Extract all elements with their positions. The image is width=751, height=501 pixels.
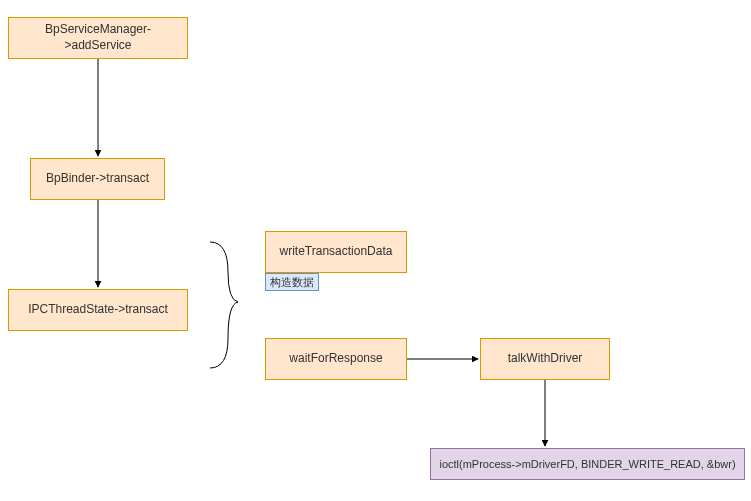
label-construct-data: 构造数据 <box>265 273 319 291</box>
node-ioctl: ioctl(mProcess->mDriverFD, BINDER_WRITE_… <box>430 448 745 480</box>
node-ipcthreadstate-transact: IPCThreadState->transact <box>8 289 188 331</box>
node-add-service: BpServiceManager->addService <box>8 17 188 59</box>
node-wait-for-response: waitForResponse <box>265 338 407 380</box>
node-bpbinder-transact: BpBinder->transact <box>30 158 165 200</box>
node-talk-with-driver: talkWithDriver <box>480 338 610 380</box>
node-write-transaction-data: writeTransactionData <box>265 231 407 273</box>
